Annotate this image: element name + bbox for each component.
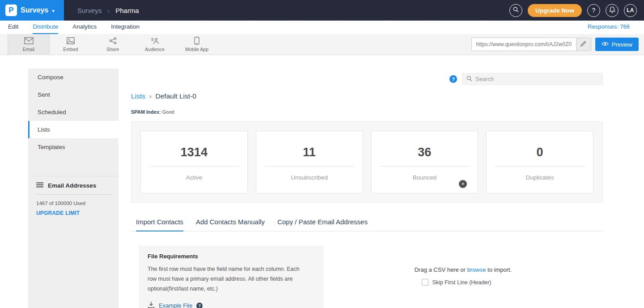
list-stats: 1314 Active 11 Unsubscribed 36 Bounced ✕…	[131, 121, 603, 203]
example-file-row: Example File ?	[148, 301, 314, 308]
breadcrumb-separator-icon: ›	[107, 7, 110, 14]
toolbar-item-audience[interactable]: $ Audience	[134, 34, 176, 55]
product-switcher[interactable]: P Surveys ▾	[0, 0, 64, 21]
survey-url-group	[471, 38, 591, 51]
sidebar-divider	[34, 194, 112, 195]
stat-divider	[265, 166, 354, 167]
preview-label: Preview	[612, 41, 632, 48]
stat-label: Duplicates	[526, 174, 554, 181]
spam-index-row: SPAM Index: Good	[131, 109, 603, 115]
sidebar-item-scheduled[interactable]: Scheduled	[28, 103, 119, 121]
toolbar-item-label: Share	[106, 47, 119, 52]
email-addresses-header: Email Addresses	[28, 176, 119, 194]
csv-dropzone[interactable]: Drag a CSV here or browse to import. Ski…	[323, 266, 603, 308]
stat-label: Bounced	[413, 174, 436, 181]
help-icon[interactable]: ?	[449, 75, 457, 83]
search-icon	[466, 75, 472, 83]
breadcrumb-current-list: Default List-0	[156, 92, 196, 100]
breadcrumb-separator-icon: ›	[149, 93, 152, 100]
bell-icon	[609, 6, 615, 15]
sidebar-item-compose[interactable]: Compose	[28, 68, 119, 86]
file-requirements-title: File Requirements	[148, 253, 314, 260]
toolbar-item-label: Mobile App	[185, 47, 208, 52]
toolbar-item-label: Embed	[63, 47, 78, 52]
search-button[interactable]	[509, 4, 522, 17]
toolbar-item-label: Audience	[145, 47, 165, 52]
avatar[interactable]: LA	[624, 4, 637, 17]
toolbar-item-label: Email	[23, 47, 34, 52]
product-name: Surveys	[21, 6, 48, 14]
upgrade-limit-link[interactable]: UPGRADE LIMIT	[36, 210, 110, 216]
breadcrumb-survey-name: Pharma	[115, 7, 139, 14]
stat-divider	[149, 166, 239, 167]
tab-copy-paste-email-addresses[interactable]: Copy / Paste Email Addresses	[277, 218, 368, 231]
skip-first-line-checkbox[interactable]	[422, 279, 428, 286]
search-icon	[513, 7, 519, 14]
tab-integration[interactable]: Integration	[111, 21, 140, 34]
file-requirements-body: The first row must have the field name f…	[148, 265, 309, 294]
responses-count[interactable]: Responses: 766	[588, 21, 636, 34]
share-icon	[109, 37, 117, 45]
list-breadcrumb: Lists › Default List-0	[131, 92, 603, 100]
sidebar-item-lists[interactable]: Lists	[28, 121, 119, 138]
clear-bounced-icon[interactable]: ✕	[459, 180, 467, 188]
stat-value: 11	[303, 145, 316, 159]
sidebar-item-templates[interactable]: Templates	[28, 138, 119, 156]
file-requirements-box: File Requirements The first row must hav…	[139, 246, 323, 308]
embed-icon	[67, 37, 75, 45]
toolbar-item-email[interactable]: Email	[8, 34, 50, 55]
stat-divider	[495, 166, 585, 167]
stat-label: Unsubscribed	[291, 174, 328, 181]
chevron-down-icon: ▾	[52, 8, 55, 14]
stat-value: 0	[537, 145, 543, 159]
audience-icon: $	[150, 37, 159, 45]
spam-index-label: SPAM Index:	[131, 109, 161, 115]
toolbar-item-embed[interactable]: Embed	[50, 34, 92, 55]
stat-card-unsubscribed: 11 Unsubscribed	[256, 131, 363, 193]
mobile-app-icon	[194, 37, 199, 45]
content-area: Compose Sent Scheduled Lists Templates E…	[0, 55, 644, 308]
topnav-actions: Upgrade Now ? LA	[509, 4, 644, 17]
upgrade-now-button[interactable]: Upgrade Now	[528, 4, 582, 17]
toolbar-item-share[interactable]: Share	[92, 34, 134, 55]
edit-url-button[interactable]	[576, 38, 591, 51]
example-file-help-icon[interactable]: ?	[196, 303, 203, 308]
download-icon	[148, 301, 155, 308]
toolbar-right: Preview	[471, 34, 644, 55]
example-file-link[interactable]: Example File	[159, 302, 192, 308]
tab-distribute[interactable]: Distribute	[33, 21, 58, 34]
contacts-search-box	[462, 73, 603, 85]
survey-url-input[interactable]	[471, 38, 576, 51]
dropzone-text-after: to import.	[487, 266, 512, 273]
stat-value: 36	[418, 145, 431, 159]
breadcrumb: Surveys › Pharma	[77, 7, 139, 14]
contact-tabs: Import Contacts Add Contacts Manually Co…	[131, 218, 603, 231]
tab-analytics[interactable]: Analytics	[72, 21, 97, 34]
toolbar-item-mobile-app[interactable]: Mobile App	[176, 34, 218, 55]
pencil-icon	[580, 40, 586, 48]
breadcrumb-surveys-link[interactable]: Surveys	[77, 7, 102, 14]
notifications-button[interactable]	[606, 4, 619, 17]
email-icon	[24, 37, 34, 45]
lists-main-panel: ? Lists › Default List-0 SPAM Index: Goo…	[119, 68, 616, 308]
search-input[interactable]	[475, 76, 598, 82]
top-navbar: P Surveys ▾ Surveys › Pharma Upgrade Now…	[0, 0, 644, 21]
stat-value: 1314	[181, 145, 208, 159]
browse-link[interactable]: browse	[467, 266, 486, 273]
stat-divider	[380, 166, 469, 167]
eye-icon	[602, 41, 609, 48]
dropzone-text-before: Drag a CSV here or	[415, 266, 466, 273]
help-button[interactable]: ?	[587, 4, 600, 17]
stat-label: Active	[186, 174, 202, 181]
tab-import-contacts[interactable]: Import Contacts	[136, 218, 183, 231]
questionpro-logo-icon: P	[5, 4, 17, 16]
spam-index-value: Good	[162, 109, 174, 115]
preview-button[interactable]: Preview	[595, 38, 639, 51]
main-top-bar: ?	[131, 73, 603, 85]
distribute-toolbar: Email Embed Share $ Audience Mobile App	[0, 34, 644, 55]
email-sidebar: Compose Sent Scheduled Lists Templates E…	[28, 68, 119, 308]
tab-add-contacts-manually[interactable]: Add Contacts Manually	[196, 218, 265, 231]
tab-edit[interactable]: Edit	[8, 21, 18, 34]
breadcrumb-lists-link[interactable]: Lists	[131, 92, 145, 100]
sidebar-item-sent[interactable]: Sent	[28, 86, 119, 103]
